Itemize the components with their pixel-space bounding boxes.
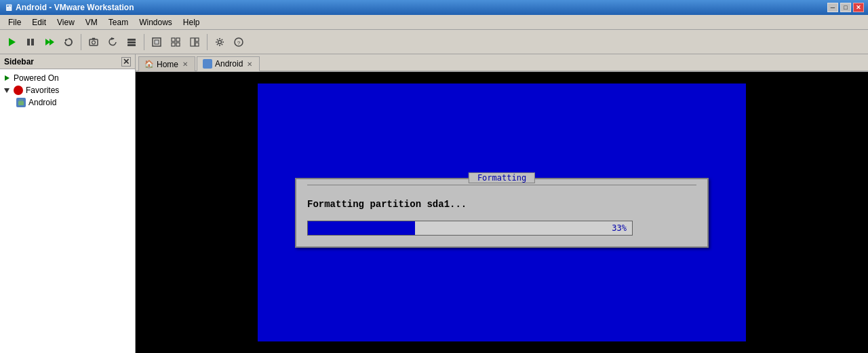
svg-rect-17 — [176, 43, 180, 46]
collapse-icon — [3, 86, 11, 94]
content-area: 🏠 Home ✕ Android ✕ Formatting Formatting… — [136, 54, 868, 353]
favorites-icon — [14, 86, 23, 95]
tab-bar: 🏠 Home ✕ Android ✕ — [136, 54, 868, 72]
menu-file[interactable]: File — [3, 16, 26, 29]
resume-button[interactable] — [41, 33, 58, 51]
dialog-title: Formatting — [469, 172, 535, 183]
svg-marker-24 — [5, 75, 9, 81]
svg-point-27 — [20, 100, 21, 101]
android-tab-close[interactable]: ✕ — [245, 60, 254, 68]
svg-text:?: ? — [237, 40, 241, 46]
menu-bar: File Edit View VM Team Windows Help — [0, 15, 868, 30]
toolbar-separator-3 — [207, 34, 208, 50]
suspend-button[interactable] — [22, 33, 39, 51]
title-bar-left: 🖥 Android - VMware Workstation — [4, 3, 134, 13]
manage-snapshots-button[interactable] — [123, 33, 140, 51]
tab-home[interactable]: 🏠 Home ✕ — [138, 56, 195, 71]
svg-rect-20 — [195, 43, 199, 46]
svg-rect-16 — [172, 43, 175, 46]
expand-icon — [3, 74, 11, 82]
sidebar-close-button[interactable]: ✕ — [121, 57, 131, 67]
sidebar: Sidebar ✕ Powered On — [0, 54, 136, 353]
home-tab-close[interactable]: ✕ — [181, 60, 189, 68]
vm-display[interactable]: Formatting Formatting partition sda1... … — [136, 72, 868, 353]
sidebar-group-powered-on: Powered On — [0, 72, 135, 84]
window-title: Android - VMware Workstation — [16, 3, 134, 12]
maximize-button[interactable]: □ — [840, 3, 851, 12]
vm-screen: Formatting Formatting partition sda1... … — [258, 83, 746, 341]
svg-rect-19 — [195, 38, 199, 41]
sidebar-content: Powered On Favorites Android — [0, 69, 135, 353]
sidebar-group-favorites: Favorites Android — [0, 84, 135, 109]
svg-point-7 — [92, 41, 96, 44]
svg-marker-5 — [65, 39, 68, 42]
android-tab-icon — [203, 59, 212, 69]
title-bar: 🖥 Android - VMware Workstation ─ □ ✕ — [0, 0, 868, 15]
svg-rect-18 — [191, 38, 195, 46]
progress-bar-fill — [308, 221, 415, 235]
sidebar-title: Sidebar — [4, 57, 34, 67]
sidebar-group-powered-on-header[interactable]: Powered On — [0, 72, 135, 84]
unity-button[interactable] — [167, 33, 184, 51]
android-label: Android — [28, 98, 56, 107]
svg-marker-0 — [9, 38, 16, 46]
app-icon: 🖥 — [4, 3, 13, 13]
menu-view[interactable]: View — [52, 16, 80, 29]
preferences-button[interactable] — [211, 33, 229, 51]
tab-android[interactable]: Android ✕ — [197, 56, 260, 71]
svg-point-28 — [22, 100, 23, 101]
svg-rect-9 — [127, 39, 136, 41]
svg-rect-10 — [127, 41, 136, 43]
svg-rect-11 — [127, 44, 136, 46]
favorites-label: Favorites — [26, 86, 59, 95]
view-toggle-button[interactable] — [186, 33, 203, 51]
svg-marker-4 — [50, 39, 54, 45]
minimize-button[interactable]: ─ — [827, 3, 838, 12]
svg-rect-6 — [90, 39, 98, 45]
svg-rect-26 — [18, 101, 24, 105]
power-on-button[interactable] — [3, 33, 20, 51]
svg-rect-1 — [27, 39, 30, 45]
svg-rect-14 — [172, 38, 175, 41]
progress-label: 33% — [612, 223, 627, 233]
android-icon — [16, 98, 26, 107]
toolbar-separator-1 — [81, 34, 81, 50]
toolbar-separator-2 — [144, 34, 144, 50]
svg-rect-15 — [176, 38, 180, 41]
main-area: Sidebar ✕ Powered On — [0, 54, 868, 353]
progress-container: 33% — [307, 221, 696, 236]
full-screen-button[interactable] — [148, 33, 165, 51]
svg-marker-3 — [45, 39, 50, 45]
sidebar-item-android[interactable]: Android — [0, 96, 135, 109]
svg-marker-25 — [4, 88, 9, 93]
sidebar-header: Sidebar ✕ — [0, 54, 135, 69]
svg-point-21 — [218, 40, 222, 43]
toolbar: ? — [0, 30, 868, 54]
snapshot-revert-button[interactable] — [104, 33, 121, 51]
sidebar-group-favorites-header[interactable]: Favorites — [0, 84, 135, 96]
svg-marker-8 — [111, 37, 115, 40]
menu-edit[interactable]: Edit — [26, 16, 52, 29]
powered-on-label: Powered On — [14, 73, 59, 83]
menu-help[interactable]: Help — [178, 16, 205, 29]
menu-team[interactable]: Team — [103, 16, 134, 29]
menu-vm[interactable]: VM — [80, 16, 103, 29]
help-button[interactable]: ? — [230, 33, 248, 51]
svg-rect-13 — [155, 40, 159, 44]
home-tab-label: Home — [157, 60, 178, 69]
dialog-border-top — [307, 185, 696, 185]
progress-bar: 33% — [307, 221, 633, 236]
snapshot-take-button[interactable] — [85, 33, 102, 51]
dialog-message: Formatting partition sda1... — [307, 199, 696, 210]
restart-button[interactable] — [60, 33, 77, 51]
format-dialog: Formatting Formatting partition sda1... … — [295, 178, 709, 248]
svg-rect-2 — [31, 39, 34, 45]
android-tab-label: Android — [215, 59, 243, 69]
title-bar-controls: ─ □ ✕ — [827, 3, 864, 12]
menu-windows[interactable]: Windows — [134, 16, 178, 29]
home-tab-icon: 🏠 — [144, 60, 154, 69]
close-button[interactable]: ✕ — [853, 3, 864, 12]
